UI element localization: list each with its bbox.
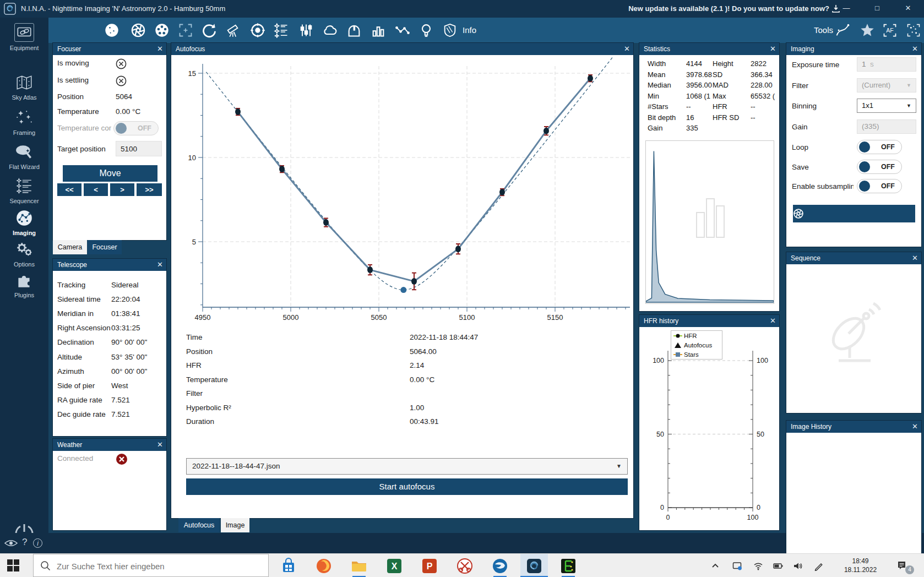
tab-autofocus[interactable]: Autofocus — [178, 518, 220, 532]
imaging-close-icon[interactable]: ✕ — [912, 43, 918, 55]
powerpoint-icon[interactable]: P — [421, 558, 438, 574]
guide-graph-icon[interactable] — [395, 23, 410, 38]
step-forward-fast-button[interactable]: >> — [137, 183, 162, 196]
is-moving-label: Is moving — [57, 59, 89, 67]
sidebar-item-options[interactable]: Options — [0, 239, 48, 271]
sidebar-item-imaging[interactable]: Imaging — [0, 208, 48, 240]
enable-subsample-label: Enable subsampling — [792, 182, 854, 190]
maximize-button[interactable]: □ — [865, 0, 890, 18]
thunderbird-icon[interactable] — [492, 558, 508, 574]
loop-toggle[interactable]: OFF — [857, 140, 902, 154]
binning-select[interactable]: 1x1▼ — [857, 99, 916, 113]
update-notice[interactable]: New update is available (2.1 )! Do you w… — [628, 0, 829, 18]
sidebar-item-equipment[interactable]: Equipment — [0, 22, 48, 54]
statistics-close-icon[interactable]: ✕ — [770, 43, 776, 55]
sequence-stars-icon[interactable] — [274, 23, 289, 38]
hfr-history-close-icon[interactable]: ✕ — [770, 315, 776, 327]
autofocus-close-icon[interactable]: ✕ — [624, 43, 630, 55]
autofocus-chart: 4950500050505100515051015 — [171, 55, 633, 330]
info-circle-icon[interactable]: i — [33, 538, 42, 548]
sidebar-item-framing[interactable]: Framing — [0, 108, 48, 140]
tray-chevron-up-icon[interactable] — [710, 561, 720, 571]
data-row: Hyperbolic R²1.00 — [186, 401, 628, 415]
equipment-icon — [14, 23, 34, 42]
flat-panel-bulb-icon[interactable] — [418, 23, 434, 38]
enable-subsample-toggle[interactable]: OFF — [857, 179, 902, 193]
image-history-close-icon[interactable]: ✕ — [912, 421, 918, 433]
search-input[interactable] — [56, 554, 262, 577]
step-back-fast-button[interactable]: << — [57, 183, 81, 196]
data-row: Duration00:43.91 — [186, 415, 628, 429]
weather-cloud-icon[interactable] — [322, 23, 338, 38]
imaging-icon — [15, 209, 34, 227]
phd2-guiding-icon[interactable] — [560, 558, 577, 574]
start-button-icon[interactable] — [7, 559, 20, 572]
close-button[interactable]: ✕ — [895, 0, 921, 18]
safety-shield-icon[interactable] — [442, 23, 458, 38]
minimize-button[interactable]: — — [834, 0, 859, 18]
sequence-close-icon[interactable]: ✕ — [912, 252, 918, 264]
excel-icon[interactable]: X — [386, 558, 403, 574]
weather-close-icon[interactable]: ✕ — [157, 439, 163, 451]
autofocus-af-icon[interactable]: AF — [882, 23, 898, 38]
step-back-button[interactable]: < — [84, 183, 108, 196]
tray-display-icon[interactable] — [732, 561, 742, 571]
tray-battery-icon[interactable] — [773, 561, 783, 571]
guider-target-icon[interactable] — [250, 23, 265, 38]
microsoft-store-icon[interactable] — [280, 558, 297, 574]
data-row: Filter — [186, 387, 628, 401]
notification-badge: 4 — [905, 565, 914, 574]
star-detection-icon[interactable] — [860, 23, 875, 38]
start-autofocus-button[interactable]: Start autofocus — [186, 478, 628, 495]
move-button[interactable]: Move — [63, 165, 157, 182]
title-bar: N.I.N.A. - Nighttime Imaging 'N' Astrono… — [0, 0, 924, 18]
telescope-close-icon[interactable]: ✕ — [157, 259, 163, 271]
exposure-time-input[interactable]: 1 s — [857, 57, 916, 72]
gain-input[interactable]: (335) — [857, 119, 916, 134]
tab-focuser[interactable]: Focuser — [88, 240, 122, 254]
eye-icon[interactable] — [4, 539, 18, 547]
telescope-rows: TrackingSiderealSidereal time22:20:04Mer… — [57, 277, 165, 422]
tab-image[interactable]: Image — [221, 518, 249, 532]
info-label[interactable]: Info — [463, 18, 476, 43]
sidebar-item-flat-wizard[interactable]: Flat Wizard — [0, 142, 48, 174]
filter-select[interactable]: (Current)▼ — [857, 78, 916, 92]
frame-crosshair-icon[interactable] — [178, 23, 193, 38]
filter-wheel-icon[interactable] — [154, 23, 170, 38]
is-settling-label: Is settling — [57, 76, 89, 84]
status-bar: ? i — [0, 533, 924, 553]
capture-button[interactable] — [793, 205, 915, 222]
tab-camera[interactable]: Camera — [53, 240, 87, 254]
aperture-shutter-icon[interactable] — [131, 23, 146, 38]
sidebar-item-plugins[interactable]: Plugins — [0, 270, 48, 302]
tray-clock[interactable]: 18:49 18.11.2022 — [834, 557, 887, 574]
focuser-close-icon[interactable]: ✕ — [157, 43, 163, 55]
histogram-panel-icon[interactable] — [371, 23, 386, 38]
sidebar-item-sky-atlas[interactable]: Sky Atlas — [0, 73, 48, 105]
firefox-icon[interactable] — [316, 558, 332, 574]
telescope-icon[interactable] — [225, 23, 241, 38]
tray-time: 18:49 — [852, 557, 868, 565]
nina-taskbar-icon[interactable] — [526, 558, 542, 574]
statistics-rows: Width4144Height2822Mean3978.68SD366.34Me… — [648, 58, 778, 134]
dome-icon[interactable] — [346, 23, 362, 38]
sidebar-item-sequencer[interactable]: Sequencer — [0, 176, 48, 208]
camera-panel-icon[interactable] — [104, 23, 119, 38]
help-icon[interactable]: ? — [22, 537, 27, 548]
tray-wifi-icon[interactable] — [753, 561, 763, 571]
manual-focus-stars-icon[interactable] — [906, 23, 921, 38]
tray-pen-icon[interactable] — [814, 561, 824, 571]
taskbar-search[interactable] — [33, 554, 269, 577]
file-explorer-icon[interactable] — [351, 558, 367, 574]
temp-comp-toggle[interactable]: OFF — [113, 121, 159, 135]
switch-sliders-icon[interactable] — [298, 23, 314, 38]
rotator-icon[interactable] — [202, 23, 217, 38]
save-toggle[interactable]: OFF — [857, 160, 902, 174]
step-forward-button[interactable]: > — [110, 183, 134, 196]
tools-label[interactable]: Tools — [814, 18, 833, 43]
target-position-input[interactable] — [116, 141, 162, 156]
polar-alignment-curve-icon[interactable] — [835, 23, 850, 38]
snipping-tool-icon[interactable] — [456, 558, 473, 574]
tray-volume-icon[interactable] — [793, 561, 803, 571]
autofocus-file-dropdown[interactable]: 2022-11-18--18-44-47.json ▼ — [186, 458, 628, 475]
